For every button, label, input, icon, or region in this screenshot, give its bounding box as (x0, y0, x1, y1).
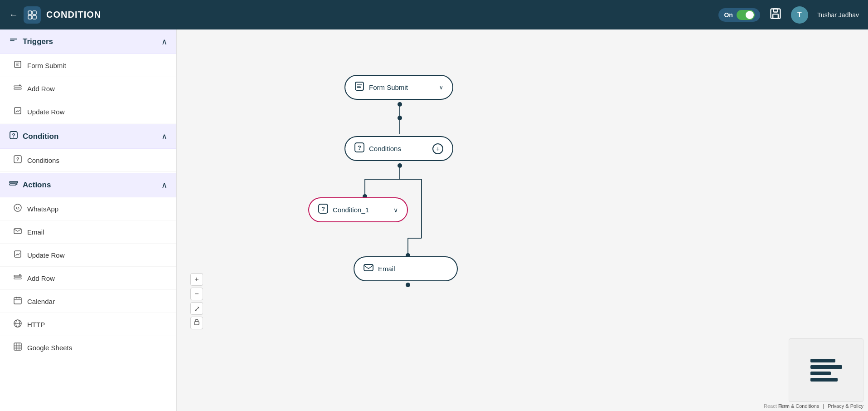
conditions-node[interactable]: ? Conditions + (344, 136, 453, 161)
minimap-bar-4 (810, 378, 838, 382)
fit-icon: ⤢ (194, 304, 200, 313)
actions-section-title: Actions (23, 181, 51, 190)
connections-svg (177, 29, 868, 411)
minimap-bar-1 (810, 359, 835, 362)
on-off-toggle[interactable] (737, 10, 755, 20)
google-sheets-label: Google Sheets (27, 344, 72, 352)
triggers-section-header: Triggers ∧ (0, 29, 176, 54)
lock-button[interactable] (190, 317, 203, 329)
main-layout: Triggers ∧ Form Submit (0, 29, 868, 411)
email-action-icon (14, 227, 22, 237)
fit-view-button[interactable]: ⤢ (190, 302, 203, 315)
svg-text:?: ? (321, 206, 325, 212)
add-row-action-icon (14, 273, 22, 283)
email-node[interactable]: Email (354, 256, 458, 281)
svg-text:?: ? (12, 132, 15, 139)
svg-rect-39 (14, 343, 21, 350)
svg-rect-2 (28, 15, 32, 19)
condition1-node-label: Condition_1 (333, 206, 369, 214)
toggle-container: On (718, 8, 760, 22)
condition1-node[interactable]: ? Condition_1 ∨ (308, 197, 408, 222)
form-submit-node-label: Form Submit (369, 83, 408, 91)
sidebar-item-update-row-action[interactable]: Update Row (0, 244, 176, 267)
triggers-header-left: Triggers (9, 36, 53, 47)
save-button[interactable] (769, 7, 782, 23)
condition-icon: ? (9, 131, 18, 142)
page-title: CONDITION (46, 10, 101, 20)
svg-point-50 (398, 163, 402, 168)
sidebar-item-calendar[interactable]: Calendar (0, 290, 176, 313)
email-node-icon (364, 263, 373, 275)
app-logo (24, 6, 41, 24)
canvas-controls: + − ⤢ (190, 273, 203, 329)
header: ← CONDITION On T Tushar Jadhav (0, 0, 868, 29)
svg-point-46 (398, 116, 402, 120)
add-row-trigger-label: Add Row (27, 85, 55, 93)
zoom-in-icon: + (194, 275, 199, 284)
svg-rect-0 (28, 11, 32, 15)
svg-text:?: ? (16, 157, 19, 162)
svg-rect-14 (15, 108, 21, 114)
sidebar-item-form-submit[interactable]: Form Submit (0, 54, 176, 77)
back-button[interactable]: ← (9, 10, 18, 20)
sidebar-item-http[interactable]: HTTP (0, 313, 176, 336)
svg-point-23 (14, 204, 21, 211)
condition-collapse-button[interactable]: ∧ (161, 132, 167, 142)
svg-rect-65 (364, 264, 373, 271)
svg-rect-3 (33, 15, 36, 19)
zoom-in-button[interactable]: + (190, 273, 203, 286)
svg-rect-7 (10, 39, 17, 39)
svg-point-24 (16, 207, 17, 208)
conditions-label: Conditions (27, 157, 59, 164)
svg-rect-6 (773, 14, 778, 18)
http-label: HTTP (27, 321, 45, 328)
conditions-node-icon: ? (354, 142, 364, 155)
condition-section-header: ? Condition ∧ (0, 124, 176, 149)
plus-icon: + (436, 145, 440, 152)
zoom-out-button[interactable]: − (190, 288, 203, 300)
conditions-node-label: Conditions (369, 145, 401, 152)
svg-rect-19 (10, 181, 18, 183)
google-sheets-icon (14, 342, 22, 352)
actions-icon (9, 179, 18, 191)
sidebar-item-add-row-action[interactable]: Add Row (0, 267, 176, 290)
condition-header-left: ? Condition (9, 131, 58, 142)
actions-header-left: Actions (9, 179, 51, 191)
conditions-add-button[interactable]: + (432, 143, 443, 154)
lock-icon (194, 319, 200, 327)
minimap-bar-3 (810, 372, 831, 375)
minimap (789, 338, 863, 402)
svg-rect-8 (10, 40, 15, 41)
svg-point-48 (398, 102, 402, 107)
footer-separator: | (823, 403, 824, 409)
form-submit-label: Form Submit (27, 62, 66, 69)
svg-point-59 (406, 283, 410, 287)
svg-text:?: ? (358, 144, 361, 151)
sidebar-item-google-sheets[interactable]: Google Sheets (0, 336, 176, 359)
whatsapp-icon (14, 204, 22, 214)
update-row-action-icon (14, 250, 22, 260)
actions-collapse-button[interactable]: ∧ (161, 180, 167, 190)
svg-rect-1 (33, 11, 36, 15)
privacy-link[interactable]: Privacy & Policy (828, 403, 863, 409)
avatar: T (791, 6, 808, 24)
back-icon: ← (9, 10, 18, 20)
toggle-label: On (724, 11, 732, 19)
calendar-icon (14, 296, 22, 306)
triggers-section-title: Triggers (23, 37, 53, 46)
sidebar-item-update-row-trigger[interactable]: Update Row (0, 100, 176, 123)
condition1-chevron: ∨ (393, 206, 398, 214)
terms-link[interactable]: Term & Conditions (778, 403, 819, 409)
form-submit-node-icon (354, 81, 364, 93)
sidebar-item-whatsapp[interactable]: WhatsApp (0, 197, 176, 220)
sidebar-item-conditions[interactable]: ? Conditions (0, 149, 176, 172)
svg-rect-29 (14, 278, 21, 279)
triggers-collapse-button[interactable]: ∧ (161, 37, 167, 47)
zoom-out-icon: − (194, 290, 199, 298)
minimap-bars (810, 359, 842, 382)
form-submit-node[interactable]: Form Submit ∨ (344, 75, 453, 100)
sidebar-item-add-row-trigger[interactable]: Add Row (0, 77, 176, 100)
whatsapp-label: WhatsApp (27, 205, 58, 213)
sidebar-item-email[interactable]: Email (0, 220, 176, 244)
conditions-icon: ? (14, 155, 22, 165)
